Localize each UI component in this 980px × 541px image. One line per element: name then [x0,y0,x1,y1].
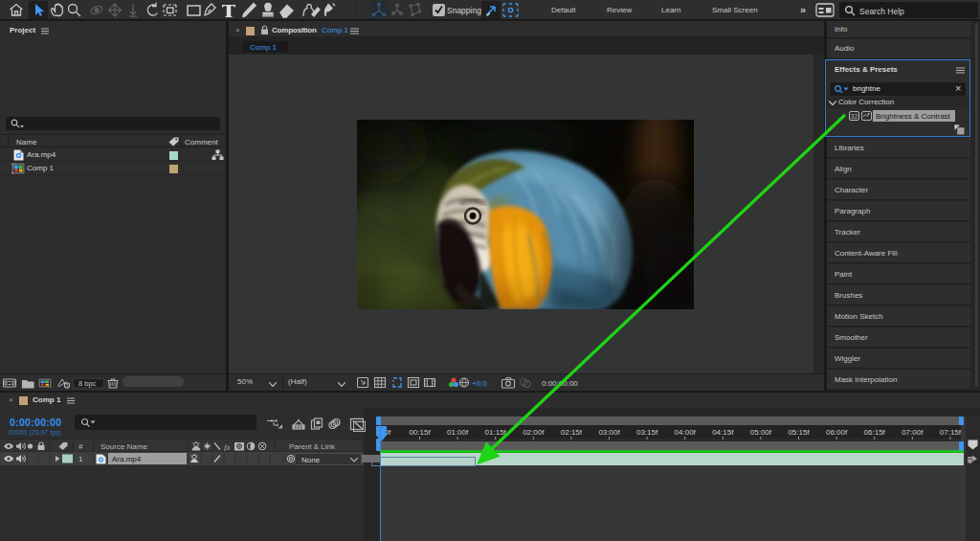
svg-text:07:15f: 07:15f [940,428,962,437]
svg-text:06:00f: 06:00f [826,428,848,437]
svg-text:02:00f: 02:00f [523,428,545,437]
svg-text:04:00f: 04:00f [675,428,697,437]
svg-text:05:15f: 05:15f [788,428,810,437]
svg-text:Snapping: Snapping [447,6,481,15]
svg-text:07:00f: 07:00f [902,428,924,437]
svg-text:01:00f: 01:00f [447,428,469,437]
svg-text:04:15f: 04:15f [712,428,734,437]
svg-text:01:15f: 01:15f [485,428,507,437]
svg-text:Source Name: Source Name [100,442,147,451]
svg-text:32: 32 [851,113,858,120]
svg-text:fx: fx [224,442,231,452]
svg-text:Parent & Link: Parent & Link [289,442,336,451]
svg-text:0:00:00:00: 0:00:00:00 [542,379,578,388]
svg-text:03:15f: 03:15f [636,428,658,437]
svg-text:00:15f: 00:15f [409,428,431,437]
svg-text:8 bpc: 8 bpc [78,379,97,388]
svg-text:05:00f: 05:00f [750,428,772,437]
svg-text:03:00f: 03:00f [598,428,620,437]
svg-text:+0,0: +0,0 [472,379,487,388]
svg-text:06:15f: 06:15f [864,428,886,437]
svg-text:1: 1 [78,455,83,463]
svg-text:#: # [78,442,83,451]
svg-text:02:15f: 02:15f [561,428,583,437]
